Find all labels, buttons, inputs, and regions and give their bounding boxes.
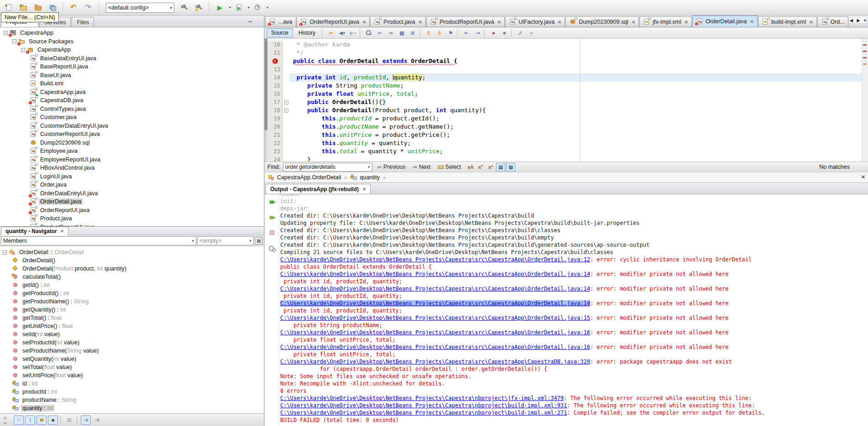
tree-item-basedataentryui-java[interactable]: BaseDataEntryUI.java bbox=[0, 54, 264, 63]
show-non-public-members-button[interactable] bbox=[37, 416, 47, 425]
tree-item-customerdataentryui-java[interactable]: CustomerDataEntryUI.java bbox=[0, 122, 264, 130]
toggle-highlight-button[interactable]: ▩ bbox=[397, 28, 407, 37]
highlight-results-toggle[interactable]: ▤ bbox=[496, 163, 505, 171]
output-link[interactable]: C:\Users\karde\OneDrive\Desktop\NetBeans… bbox=[280, 329, 590, 336]
close-icon[interactable]: ✕ bbox=[362, 187, 366, 192]
find-input[interactable]: order.getorderdetails ▾ bbox=[283, 163, 372, 171]
member-item[interactable]: productName : String bbox=[0, 396, 264, 404]
shift-line-right-button[interactable]: ⇥ bbox=[472, 28, 482, 37]
close-icon[interactable]: ✕ bbox=[418, 20, 422, 25]
editor-tab-dump20230909-sql[interactable]: Dump20230909.sql✕ bbox=[565, 16, 639, 27]
output-link[interactable]: C:\Users\karde\OneDrive\Desktop\NetBeans… bbox=[280, 256, 590, 263]
close-icon[interactable]: ✕ bbox=[558, 20, 561, 25]
member-item[interactable]: −OrderDetail :: OrderDetail bbox=[0, 248, 264, 256]
tree-item-controltypes-java[interactable]: ControlTypes.java bbox=[0, 105, 264, 114]
member-item[interactable]: getProductId() : int bbox=[0, 289, 264, 297]
explorer-tab-files[interactable]: Files bbox=[72, 17, 94, 27]
rectangular-selection-button[interactable]: ⊞ bbox=[408, 28, 418, 37]
shift-line-left-button[interactable]: ⇤ bbox=[461, 28, 471, 37]
breadcrumb-item-field[interactable]: quantity bbox=[360, 174, 380, 181]
code-line-23[interactable]: 23 this.total = quantity * unitPrice; bbox=[267, 147, 862, 156]
toggle-bookmark-button[interactable]: ⚑ bbox=[445, 28, 455, 37]
forward-button[interactable]: ▶▾ bbox=[348, 28, 358, 37]
find-previous-button[interactable]: ⇐ bbox=[375, 28, 385, 37]
uncomment-button[interactable]: ≡ bbox=[526, 28, 536, 37]
show-inner-classes-button[interactable]: ◆ bbox=[48, 416, 58, 425]
find-previous-button[interactable]: ⇦ Previous bbox=[375, 163, 408, 171]
fold-collapse-icon[interactable]: − bbox=[284, 109, 288, 113]
stop-build-button[interactable] bbox=[267, 228, 277, 237]
tree-item-orderdetail-java[interactable]: !OrderDetail.java bbox=[0, 197, 264, 206]
tree-item-order-java[interactable]: Order.java bbox=[0, 181, 264, 189]
scroll-tabs-left-button[interactable]: ◀ bbox=[850, 18, 853, 23]
output-link[interactable]: C:\Users\karde\OneDrive\Desktop\NetBeans… bbox=[280, 395, 564, 401]
tree-item-customer-java[interactable]: Customer.java bbox=[0, 113, 264, 122]
open-project-button[interactable] bbox=[32, 2, 45, 14]
member-item[interactable]: getProductName() : String bbox=[0, 297, 264, 306]
minimize-panel-button[interactable]: – bbox=[248, 18, 252, 25]
breadcrumb-item-class[interactable]: CapestraApp.OrderDetail bbox=[277, 174, 341, 181]
scroll-tabs-right-button[interactable]: ▶ bbox=[857, 18, 860, 23]
tree-item-capestraapp[interactable]: −!CapestraApp bbox=[0, 46, 264, 54]
navigator-tab[interactable]: quantity - Navigator ✕ bbox=[1, 227, 68, 235]
code-line-15[interactable]: 15 private String productName; bbox=[267, 82, 862, 90]
editor-tab-ord[interactable]: Ord... bbox=[817, 16, 848, 27]
code-line-19[interactable]: 19 this.productId = product.getId(); bbox=[267, 114, 862, 123]
close-icon[interactable]: ✕ bbox=[497, 20, 501, 25]
tree-item-productreportui-java[interactable]: ProductReportUI.java bbox=[0, 223, 264, 227]
tree-item-basereportui-java[interactable]: BaseReportUI.java bbox=[0, 62, 264, 71]
find-next-button[interactable]: ⇨ Next bbox=[411, 163, 433, 171]
editor-tab-orderreportui-java[interactable]: !OrderReportUI.java✕ bbox=[297, 16, 370, 27]
tree-item-employee-java[interactable]: Employee.java bbox=[0, 147, 264, 156]
show-static-members-button[interactable]: ❘ bbox=[25, 416, 35, 425]
output-link[interactable]: C:\Users\karde\OneDrive\Desktop\NetBeans… bbox=[280, 402, 567, 409]
whole-words-toggle[interactable]: a" bbox=[476, 163, 485, 171]
collapse-toggle[interactable]: − bbox=[21, 48, 25, 52]
undo-button[interactable]: ↶ bbox=[68, 2, 81, 14]
member-item[interactable]: setUnitPrice(float value) bbox=[0, 371, 264, 379]
code-line-13[interactable]: 13 bbox=[267, 65, 862, 73]
next-bookmark-button[interactable]: ⇩ bbox=[434, 28, 444, 37]
close-icon[interactable]: ✕ bbox=[861, 174, 865, 180]
member-item[interactable]: setProductId(int value) bbox=[0, 338, 264, 347]
close-icon[interactable]: ✕ bbox=[60, 229, 64, 234]
error-stripe-mark[interactable] bbox=[863, 44, 867, 46]
ant-settings-button[interactable] bbox=[267, 244, 277, 253]
close-icon[interactable]: ✕ bbox=[685, 20, 688, 25]
close-icon[interactable]: ✕ bbox=[809, 20, 813, 25]
member-item[interactable]: getId() : int bbox=[0, 281, 264, 289]
close-icon[interactable]: ✕ bbox=[362, 20, 366, 25]
output-link[interactable]: C:\Users\karde\OneDrive\Desktop\NetBeans… bbox=[280, 286, 590, 292]
editor-tab-orderdetail-java[interactable]: !OrderDetail.java✕ bbox=[692, 16, 758, 27]
tree-item-orderdataentryui-java[interactable]: !OrderDataEntryUI.java bbox=[0, 189, 264, 198]
code-line-11[interactable]: 11 */ bbox=[267, 49, 862, 57]
output-tab[interactable]: Output - CapestraApp (jfx-rebuild) ✕ bbox=[266, 184, 371, 194]
members-filter-combobox[interactable]: Members ▾ bbox=[1, 236, 196, 245]
debug-dropdown-arrow[interactable]: ▾ bbox=[248, 5, 250, 10]
save-all-button[interactable] bbox=[47, 2, 59, 14]
sort-by-source-button[interactable]: ↓≡ bbox=[92, 416, 102, 425]
editor-tab-ava[interactable]: !...ava bbox=[265, 16, 296, 27]
code-line-21[interactable]: 21 this.unitPrice = product.getPrice(); bbox=[267, 131, 862, 139]
profile-project-button[interactable] bbox=[251, 2, 264, 14]
tab-list-dropdown-button[interactable]: ▾ bbox=[864, 18, 866, 23]
sort-alphabetically-button[interactable]: ↓a bbox=[81, 416, 91, 425]
member-item[interactable]: id : int bbox=[0, 379, 264, 388]
new-project-button[interactable]: + bbox=[17, 2, 30, 14]
code-line-16[interactable]: 16 private float unitPrice, total; bbox=[267, 90, 862, 98]
scope-filter-combobox[interactable]: <empty> ▾ bbox=[197, 236, 254, 245]
code-line-14[interactable]: 14 private int id, productId, quantity; bbox=[267, 73, 862, 82]
member-item[interactable]: calculateTotal() bbox=[0, 273, 264, 281]
tree-item-hboxandcontrol-java[interactable]: HBoxAndControl.java bbox=[0, 164, 264, 172]
rerun-with-params-button[interactable]: ▶▶ bbox=[267, 213, 277, 222]
code-line-10[interactable]: 10 * @author karde bbox=[267, 41, 862, 49]
tree-item-dump20230909-sql[interactable]: Dump20230909.sql bbox=[0, 139, 264, 147]
comment-button[interactable]: ∕∕ bbox=[515, 28, 525, 37]
config-combobox[interactable]: <default config> ▾ bbox=[106, 3, 174, 13]
regular-expression-toggle[interactable]: a* bbox=[486, 163, 495, 171]
code-line-22[interactable]: 22 this.quantity = quantity; bbox=[267, 139, 862, 147]
previous-bookmark-button[interactable]: ⇧ bbox=[424, 28, 434, 37]
editor-tab-build-impl-xml[interactable]: build-impl.xml✕ bbox=[758, 16, 817, 27]
member-item[interactable]: setId(int value) bbox=[0, 330, 264, 338]
tree-item-product-java[interactable]: Product.java bbox=[0, 214, 264, 223]
